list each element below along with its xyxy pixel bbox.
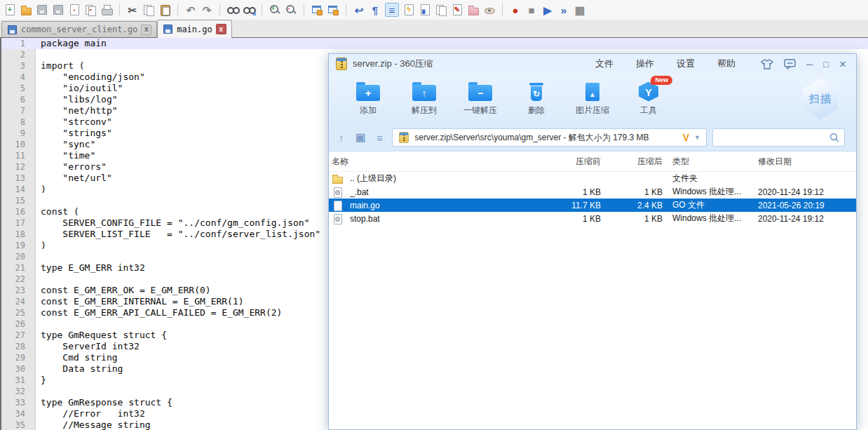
panel-view-icon[interactable]: ▣	[353, 131, 367, 144]
line-number: 1	[0, 38, 25, 49]
tab-main-go[interactable]: main.go x	[157, 20, 232, 38]
feedback-icon[interactable]	[784, 59, 796, 69]
column-type[interactable]: 类型	[672, 156, 758, 168]
close-icon[interactable]: ×	[839, 58, 846, 70]
undo-icon[interactable]: ↶	[184, 4, 197, 16]
function-list-icon[interactable]: ϟ	[402, 4, 415, 16]
menu-help[interactable]: 帮助	[717, 58, 735, 70]
line-number: 26	[0, 318, 25, 330]
new-file-icon[interactable]: +	[4, 4, 16, 16]
list-view-icon[interactable]: ≡	[373, 132, 386, 144]
column-date[interactable]: 修改日期	[758, 156, 856, 168]
list-item[interactable]: _.bat1 KB1 KBWindows 批处理...2020-11-24 19…	[329, 185, 856, 199]
find-icon[interactable]	[226, 4, 239, 16]
line-number: 11	[0, 150, 25, 161]
cell-name: .. (上级目录)	[350, 173, 539, 184]
show-all-characters-icon[interactable]: ¶	[369, 4, 381, 16]
code-text: //Message string	[25, 419, 151, 430]
line-number: 2	[0, 49, 25, 60]
word-wrap-icon[interactable]: ↩	[353, 4, 365, 16]
edit-pen-icon[interactable]: ✎	[451, 4, 463, 16]
image-compress-button[interactable]: ▲ 图片压缩	[564, 82, 621, 116]
vip-badge[interactable]: V	[683, 132, 689, 143]
code-text: "sync"	[25, 139, 95, 150]
replace-icon[interactable]: a	[243, 4, 255, 16]
view-eye-icon[interactable]	[483, 4, 496, 16]
column-size-before[interactable]: 压缩前	[539, 156, 601, 168]
add-button[interactable]: + 添加	[340, 82, 396, 116]
cell-size-after: 1 KB	[601, 187, 663, 197]
close-tab-icon[interactable]: x	[141, 25, 151, 35]
code-text: type E_GM_ERR int32	[25, 262, 145, 274]
save-icon[interactable]	[36, 4, 48, 16]
indent-guide-icon[interactable]: ≡	[385, 3, 399, 17]
chevron-down-icon[interactable]: ▼	[694, 134, 700, 141]
add-archive-icon: +	[356, 82, 380, 102]
minimize-icon[interactable]: ─	[806, 60, 813, 69]
line-number: 33	[0, 397, 25, 408]
line-number: 22	[0, 274, 25, 285]
macro-stop-icon[interactable]: ■	[525, 4, 538, 16]
folder-monitor-icon[interactable]	[467, 4, 480, 16]
tab-common-server-client-go[interactable]: common_server_client.go x	[1, 21, 157, 37]
list-item[interactable]: .. (上级目录)文件夹	[329, 172, 856, 185]
line-number: 7	[0, 105, 25, 116]
line-number: 13	[0, 173, 25, 184]
code-text: "libs/log"	[25, 94, 118, 105]
up-level-icon[interactable]: ↑	[334, 132, 348, 144]
menu-file[interactable]: 文件	[595, 58, 613, 70]
column-size-after[interactable]: 压缩后	[601, 156, 663, 168]
maximize-icon[interactable]: □	[823, 60, 829, 69]
close-tab-icon[interactable]: x	[216, 24, 226, 34]
zoom-in-icon[interactable]: +	[269, 4, 281, 16]
skin-icon[interactable]	[761, 59, 773, 69]
menu-operation[interactable]: 操作	[636, 58, 654, 70]
redo-icon[interactable]: ↷	[201, 4, 213, 16]
code-text: "strings"	[25, 128, 112, 139]
document-switcher-icon[interactable]	[435, 4, 447, 16]
delete-button[interactable]: ↻ 删除	[508, 82, 564, 116]
zip-menu-bar: 文件 操作 设置 帮助	[595, 58, 735, 70]
cell-date: 2020-11-24 19:12	[758, 214, 856, 224]
macro-run-multiple-icon[interactable]: »	[557, 4, 570, 16]
cell-type: GO 文件	[672, 199, 758, 211]
macro-record-icon[interactable]: ●	[509, 4, 522, 16]
sync-horizontal-scroll-icon[interactable]	[327, 4, 339, 16]
save-all-icon[interactable]	[52, 4, 65, 16]
document-map-icon[interactable]: ▖	[419, 4, 431, 16]
search-box[interactable]	[712, 128, 845, 147]
extract-to-button[interactable]: ↑ 解压到	[396, 82, 452, 116]
zoom-out-icon[interactable]: -	[285, 4, 297, 16]
sync-vertical-scroll-icon[interactable]	[311, 4, 323, 16]
address-field[interactable]: server.zip\Server\src\youma\gm_server - …	[392, 128, 707, 147]
new-badge: New	[651, 76, 672, 85]
one-click-extract-button[interactable]: − 一键解压	[452, 82, 508, 116]
list-item[interactable]: main.go11.7 KB2.4 KBGO 文件2021-05-26 20:1…	[329, 199, 856, 212]
search-input[interactable]	[718, 132, 829, 143]
code-text: package main	[25, 38, 107, 49]
cut-icon[interactable]: ✂	[126, 4, 139, 16]
copy-icon[interactable]	[142, 4, 155, 16]
macro-play-icon[interactable]: ▶	[541, 4, 554, 16]
one-click-extract-icon: −	[468, 82, 492, 102]
paste-icon[interactable]	[158, 4, 171, 16]
code-text	[25, 195, 41, 206]
window-title: server.zip - 360压缩	[353, 58, 433, 70]
close-all-icon[interactable]: -	[84, 4, 97, 16]
saved-file-icon	[7, 25, 18, 35]
print-icon[interactable]	[100, 4, 113, 16]
macro-save-icon[interactable]: ▦	[574, 4, 586, 16]
cell-size-after: 1 KB	[601, 214, 663, 224]
line-number: 6	[0, 94, 25, 105]
open-file-icon[interactable]	[20, 4, 32, 16]
close-file-icon[interactable]: -	[68, 4, 81, 16]
tools-button[interactable]: New Y 工具	[621, 82, 677, 116]
list-item[interactable]: stop.bat1 KB1 KBWindows 批处理...2020-11-24…	[329, 212, 856, 225]
line-number: 28	[0, 341, 25, 352]
zip-address-bar: ↑ ▣ ≡ server.zip\Server\src\youma\gm_ser…	[329, 124, 856, 152]
toolbar-separator	[262, 4, 262, 16]
toolbar-separator	[304, 4, 304, 16]
code-text: "net/url"	[25, 173, 112, 184]
menu-settings[interactable]: 设置	[677, 58, 695, 70]
column-name[interactable]: 名称	[332, 156, 539, 168]
